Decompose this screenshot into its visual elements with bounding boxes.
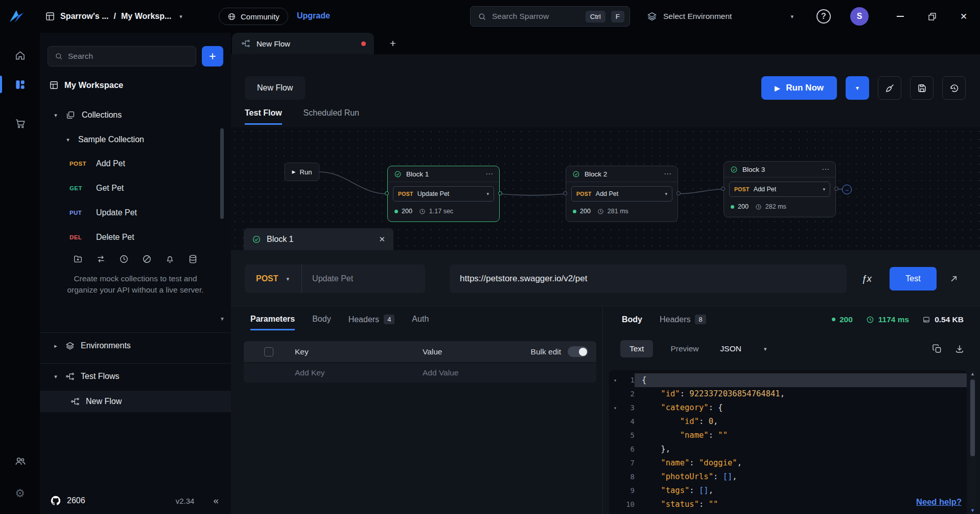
block-menu-icon[interactable]: ⋯ (822, 165, 829, 174)
copy-icon[interactable] (932, 344, 942, 354)
add-value-input[interactable]: Add Value (423, 368, 588, 377)
marketplace-button[interactable] (0, 113, 40, 133)
new-tab-button[interactable]: + (384, 35, 402, 52)
chevron-down-icon[interactable]: ▾ (52, 112, 59, 119)
clean-button[interactable] (878, 76, 901, 100)
history-button[interactable] (942, 76, 966, 100)
add-folder-icon[interactable] (73, 254, 83, 264)
minimize-button[interactable] (890, 6, 911, 27)
chevron-down-icon[interactable]: ▾ (64, 137, 72, 143)
output-port[interactable] (834, 187, 838, 191)
response-body-editor[interactable]: ▾1{2 "id": 9223372036854764841,▾3 "categ… (609, 370, 967, 514)
tab-headers[interactable]: Headers 4 (348, 315, 395, 329)
upgrade-link[interactable]: Upgrade (297, 11, 330, 20)
close-button[interactable]: ✕ (953, 6, 974, 27)
sidebar-section-environments[interactable]: ▸ Environments (40, 334, 231, 357)
input-port[interactable] (721, 187, 725, 191)
collections-nav-button[interactable] (0, 74, 40, 95)
format-select[interactable]: JSON ▾ (720, 344, 767, 353)
members-button[interactable] (0, 451, 40, 471)
bulk-edit-toggle[interactable] (568, 346, 588, 357)
sidebar-request-add-pet[interactable]: POST Add Pet (40, 151, 231, 176)
scroll-down-icon[interactable]: ▼ (969, 508, 976, 513)
save-button[interactable] (910, 76, 934, 100)
select-all-checkbox[interactable] (264, 347, 273, 356)
sidebar-section-collections[interactable]: ▾ Collections (40, 105, 231, 125)
download-icon[interactable] (954, 344, 965, 354)
flow-block-3[interactable]: Block 3 ⋯ POST Add Pet ▾ 200 282 ms (724, 161, 836, 217)
workspace-breadcrumb[interactable]: Sparrow's ... / My Worksp... ▾ (45, 0, 182, 33)
view-preview-tab[interactable]: Preview (670, 344, 698, 353)
environment-select[interactable]: Select Environment ▾ (647, 0, 794, 33)
add-key-input[interactable]: Add Key (295, 368, 423, 377)
community-button[interactable]: Community (219, 8, 288, 25)
flow-icon (65, 372, 75, 381)
url-input[interactable]: https://petstore.swagger.io/v2/pet (450, 264, 847, 293)
run-node[interactable]: ▶ Run (285, 163, 319, 181)
dynamic-expression-button[interactable]: ƒx (854, 264, 879, 293)
block-request-select[interactable]: POST Add Pet ▾ (729, 182, 830, 197)
flow-title-chip[interactable]: New Flow (245, 76, 305, 100)
block-request-select[interactable]: POST Add Pet ▾ (571, 186, 672, 202)
output-port[interactable] (676, 191, 681, 195)
request-name-input[interactable]: Update Pet (312, 274, 353, 283)
fold-icon[interactable]: ▾ (609, 401, 621, 415)
sidebar-item-sample-collection[interactable]: ▾ Sample Collection (40, 129, 231, 150)
open-in-new-icon[interactable] (945, 271, 962, 287)
tab-test-flow[interactable]: Test Flow (245, 108, 282, 125)
scroll-down-icon[interactable]: ▼ (220, 316, 225, 322)
tab-new-flow[interactable]: New Flow (232, 33, 374, 54)
input-port[interactable] (385, 191, 389, 195)
avatar[interactable]: S (850, 7, 869, 26)
close-icon[interactable]: ✕ (379, 235, 385, 244)
sidebar-search-input[interactable]: Search (48, 46, 196, 66)
tab-body[interactable]: Body (312, 315, 331, 329)
restore-button[interactable] (922, 6, 942, 27)
add-new-button[interactable]: + (202, 46, 223, 66)
tab-parameters[interactable]: Parameters (250, 315, 295, 330)
view-text-tab[interactable]: Text (620, 340, 653, 357)
server-icon[interactable] (188, 254, 198, 264)
help-button[interactable]: ? (816, 9, 831, 24)
sidebar-section-test-flows[interactable]: ▾ Test Flows (40, 365, 231, 388)
output-port[interactable] (498, 191, 502, 195)
search-sparrow-input[interactable]: Search Sparrow Ctrl F (470, 6, 630, 27)
test-button[interactable]: Test (890, 267, 937, 290)
settings-button[interactable]: ⚙ (0, 483, 40, 504)
github-icon[interactable] (50, 495, 61, 506)
fold-icon[interactable]: ▾ (609, 373, 621, 387)
sidebar-request-get-pet[interactable]: GET Get Pet (40, 176, 231, 200)
tab-scheduled-run[interactable]: Scheduled Run (304, 108, 359, 125)
offline-icon[interactable] (142, 254, 152, 264)
run-options-button[interactable]: ▾ (846, 76, 869, 100)
sidebar-request-update-pet[interactable]: PUT Update Pet (40, 200, 231, 225)
response-scrollbar[interactable]: ▲ ▼ (969, 370, 976, 514)
collapse-sidebar-icon[interactable]: « (213, 495, 219, 506)
add-next-block-button[interactable]: → (842, 185, 852, 194)
block-menu-icon[interactable]: ⋯ (664, 169, 671, 178)
flow-block-1[interactable]: Block 1 ⋯ POST Update Pet ▾ 200 1.17 sec (387, 166, 500, 222)
input-port[interactable] (563, 191, 567, 195)
sync-icon[interactable] (96, 254, 106, 264)
block-request-select[interactable]: POST Update Pet ▾ (393, 186, 494, 202)
sidebar-request-delete-pet[interactable]: DEL Delete Pet (40, 225, 231, 250)
run-now-button[interactable]: ▶ Run Now (761, 76, 837, 100)
home-button[interactable] (0, 45, 40, 65)
tab-auth[interactable]: Auth (412, 315, 429, 329)
bell-icon[interactable] (165, 254, 175, 264)
need-help-link[interactable]: Need help? (916, 497, 962, 507)
chevron-down-icon[interactable]: ▾ (179, 13, 182, 20)
method-select[interactable]: POST ▾ Update Pet (245, 264, 425, 293)
scroll-up-icon[interactable]: ▲ (969, 371, 976, 376)
chevron-down-icon[interactable]: ▾ (52, 373, 59, 380)
sidebar-item-new-flow[interactable]: New Flow (40, 391, 231, 412)
sidebar-scrollbar-thumb[interactable] (220, 128, 224, 219)
tab-response-body[interactable]: Body (622, 315, 642, 324)
flow-block-2[interactable]: Block 2 ⋯ POST Add Pet ▾ 200 281 ms (566, 166, 678, 222)
block-menu-icon[interactable]: ⋯ (485, 169, 493, 178)
chevron-right-icon[interactable]: ▸ (52, 343, 59, 349)
block-detail-header[interactable]: Block 1 ✕ (244, 228, 393, 250)
scrollbar-thumb[interactable] (970, 379, 975, 456)
clock-icon[interactable] (119, 254, 129, 264)
tab-response-headers[interactable]: Headers 8 (660, 315, 706, 324)
